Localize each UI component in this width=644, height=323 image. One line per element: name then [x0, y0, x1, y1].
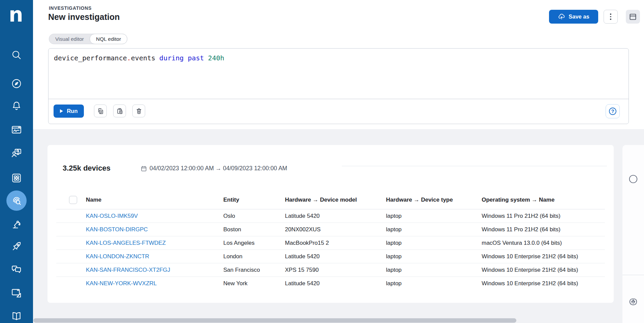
copy-button[interactable] [94, 105, 107, 117]
search-icon [11, 49, 22, 61]
device-name-link[interactable]: KAN-LONDON-ZKNCTR [86, 253, 149, 260]
table-cell: Latitude 5420 [285, 213, 386, 219]
header-rule [342, 166, 607, 166]
device-name-link[interactable]: KAN-SAN-FRANCISCO-XT2FGJ [86, 267, 170, 273]
apps-grid-icon [11, 172, 22, 184]
person-screen-icon [11, 147, 22, 159]
trash-icon [135, 108, 142, 115]
save-as-label: Save as [569, 13, 589, 20]
more-options-button[interactable] [604, 10, 618, 24]
table-header-row: NameEntityHardware → Device modelHardwar… [56, 190, 605, 209]
sidebar-item-investigations[interactable] [0, 190, 33, 211]
sidebar-item-library[interactable] [0, 306, 33, 323]
paste-button[interactable] [113, 105, 126, 117]
sidebar-item-alerts[interactable] [0, 96, 33, 116]
sidebar-item-explore[interactable] [0, 74, 33, 94]
design-window-icon [11, 287, 22, 299]
column-header[interactable]: Entity [223, 197, 285, 203]
table-cell: laptop [386, 240, 482, 246]
table-cell: macOS Ventura 13.0.0 (64 bits) [482, 240, 605, 246]
sidebar-item-launch[interactable] [0, 236, 33, 257]
device-name-link[interactable]: KAN-NEW-YORK-WVXZRL [86, 280, 157, 287]
sidebar-item-engage[interactable] [0, 259, 33, 280]
table-cell: laptop [386, 253, 482, 260]
table-cell: 20NX002XUS [285, 226, 386, 233]
table-cell: Oslo [223, 213, 285, 219]
bell-icon [11, 100, 22, 112]
nql-token: . [127, 54, 131, 62]
nql-token [184, 54, 188, 62]
table-cell: London [223, 253, 285, 260]
save-as-button[interactable]: Save as [549, 10, 598, 24]
table-cell: Boston [223, 226, 285, 233]
table-row: KAN-LOS-ANGELES-FTWDEZLos AngelesMacBook… [56, 236, 605, 250]
help-button[interactable]: ? [628, 174, 638, 184]
sidebar-item-applications[interactable] [0, 168, 33, 188]
table-cell: Windows 10 Enterprise 21H2 (64 bits) [482, 280, 605, 287]
tab-visual-editor[interactable]: Visual editor [49, 34, 90, 44]
table-cell: laptop [386, 267, 482, 273]
layout-icon [629, 13, 637, 21]
table-cell: San Francisco [223, 267, 285, 273]
svg-text:?: ? [611, 108, 614, 114]
sidebar-item-monitoring[interactable] [0, 120, 33, 140]
chat-bubbles-icon [11, 264, 22, 275]
app-window: n [0, 0, 644, 323]
table-cell: Latitude 5420 [285, 280, 386, 287]
table-cell: Latitude 5420 [285, 253, 386, 260]
page-title: New investigation [48, 12, 120, 22]
compass-icon [11, 78, 22, 89]
play-icon [60, 109, 63, 113]
editor-help-button[interactable]: ? [606, 104, 620, 118]
paste-icon [116, 108, 123, 115]
svg-text:?: ? [632, 176, 635, 182]
table-cell: laptop [386, 226, 482, 233]
column-header[interactable]: Name [86, 197, 223, 203]
rail-divider [622, 275, 644, 275]
breadcrumb-eyebrow: INVESTIGATIONS [49, 5, 92, 11]
date-range: 04/02/2023 12:00:00 AM → 04/09/2023 12:0… [150, 165, 287, 172]
nexthink-logo[interactable]: n [9, 0, 23, 29]
results-card: 3.25k devices 04/02/2023 12:00:00 AM → 0… [47, 145, 614, 303]
column-header[interactable]: Operating system → Name [482, 197, 605, 203]
right-help-rail: ? [622, 145, 644, 323]
rocket-icon [11, 241, 22, 252]
nql-code-area[interactable]: device_performance.events during past 24… [49, 49, 629, 99]
run-button[interactable]: Run [54, 105, 84, 118]
table-cell: Windows 11 Pro 21H2 (64 bits) [482, 213, 605, 219]
device-name-link[interactable]: KAN-BOSTON-DIRGPC [86, 226, 148, 233]
nql-token [155, 54, 159, 62]
sidebar-item-search[interactable] [0, 45, 33, 65]
nql-query-line: device_performance.events during past 24… [54, 53, 623, 63]
table-row: KAN-SAN-FRANCISCO-XT2FGJSan FranciscoXPS… [56, 263, 605, 277]
table-cell: laptop [386, 213, 482, 219]
sidebar-item-digital-experience[interactable] [0, 143, 33, 163]
nql-token: past [188, 54, 204, 62]
brain-circuit-icon [629, 298, 638, 307]
panel-layout-toggle-button[interactable] [626, 10, 640, 24]
table-cell: laptop [386, 280, 482, 287]
nql-token: device_performance [54, 54, 127, 62]
select-all-checkbox[interactable] [69, 196, 77, 204]
column-header[interactable]: Hardware → Device type [386, 197, 482, 203]
select-all-cell [56, 196, 86, 204]
table-cell: Windows 10 Enterprise 21H2 (64 bits) [482, 253, 605, 260]
device-name-link[interactable]: KAN-OSLO-IMK59V [86, 213, 138, 219]
nql-token [204, 54, 208, 62]
monitor-pulse-icon [11, 124, 22, 136]
device-name-link[interactable]: KAN-LOS-ANGELES-FTWDEZ [86, 240, 166, 246]
sidebar-item-design[interactable] [0, 283, 33, 303]
column-header[interactable]: Hardware → Device model [285, 197, 386, 203]
question-circle-icon: ? [629, 174, 638, 184]
tab-nql-editor[interactable]: NQL editor [90, 34, 127, 44]
nql-editor-panel: device_performance.events during past 24… [48, 48, 629, 124]
table-cell: Los Angeles [223, 240, 285, 246]
nql-token: during [159, 54, 184, 62]
ai-assistant-button[interactable] [628, 297, 638, 307]
results-table: NameEntityHardware → Device modelHardwar… [56, 190, 605, 290]
robot-arm-icon [11, 218, 22, 230]
horizontal-scrollbar-thumb[interactable] [33, 318, 516, 323]
delete-button[interactable] [132, 105, 145, 117]
sidebar-item-automation[interactable] [0, 214, 33, 234]
copy-icon [97, 108, 104, 115]
